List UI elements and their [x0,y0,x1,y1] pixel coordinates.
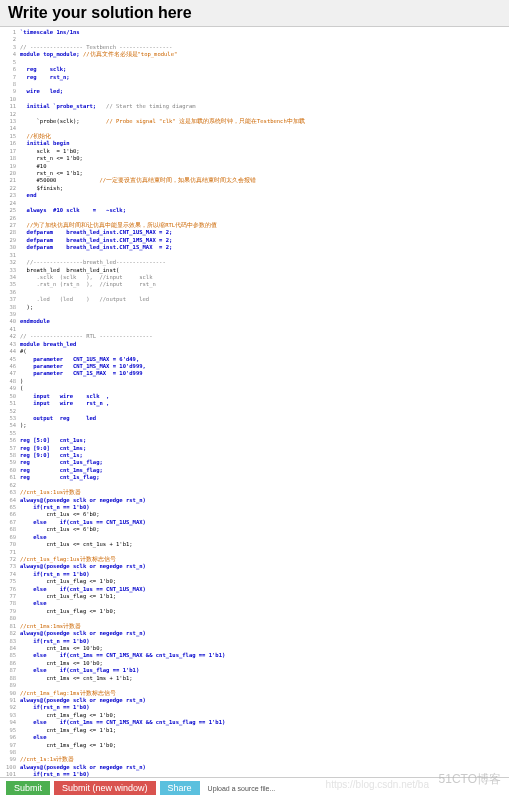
code-line[interactable]: 12 [0,111,509,118]
code-line[interactable]: 30 defparam breath_led_inst.CNT_1S_MAX =… [0,244,509,251]
code-line[interactable]: 11 initial `probe_start; // Start the ti… [0,103,509,110]
code-line[interactable]: 72//cnt_1us_flag:1us计数标志信号 [0,556,509,563]
code-line[interactable]: 7 reg rst_n; [0,74,509,81]
code-line[interactable]: 53 output reg led [0,415,509,422]
code-line[interactable]: 25 always #10 sclk = ~sclk; [0,207,509,214]
code-line[interactable]: 67 else if(cnt_1us == CNT_1US_MAX) [0,519,509,526]
code-line[interactable]: 4module top_module; //仿真文件名必须是"top_modul… [0,51,509,58]
code-line[interactable]: 40endmodule [0,318,509,325]
code-line[interactable]: 65 if(rst_n == 1'b0) [0,504,509,511]
code-line[interactable]: 89 [0,682,509,689]
code-line[interactable]: 28 defparam breath_led_inst.CNT_1US_MAX … [0,229,509,236]
code-line[interactable]: 64always@(posedge sclk or negedge rst_n) [0,497,509,504]
code-line[interactable]: 21 #50000 //一定要设置仿真结束时间，如果仿真结束时间太久会报错 [0,177,509,184]
code-line[interactable]: 16 initial begin [0,140,509,147]
code-line[interactable]: 2 [0,36,509,43]
code-line[interactable]: 44#( [0,348,509,355]
code-line[interactable]: 95 cnt_1ms_flag <= 1'b1; [0,727,509,734]
code-line[interactable]: 54); [0,422,509,429]
code-line[interactable]: 60reg cnt_1ms_flag; [0,467,509,474]
code-line[interactable]: 35 .rst_n (rst_n ), //input rst_n [0,281,509,288]
code-line[interactable]: 5 [0,59,509,66]
code-line[interactable]: 13 `probe(sclk); // Probe signal "clk" 这… [0,118,509,125]
code-line[interactable]: 71 [0,549,509,556]
code-line[interactable]: 39 [0,311,509,318]
code-line[interactable]: 17 sclk = 1'b0; [0,148,509,155]
code-line[interactable]: 86 cnt_1ms <= 10'b0; [0,660,509,667]
code-line[interactable]: 33 breath_led breath_led_inst( [0,267,509,274]
code-line[interactable]: 18 rst_n <= 1'b0; [0,155,509,162]
code-line[interactable]: 8 [0,81,509,88]
code-line[interactable]: 96 else [0,734,509,741]
share-button[interactable]: Share [160,781,200,795]
code-line[interactable]: 78 else [0,600,509,607]
code-line[interactable]: 41 [0,326,509,333]
code-line[interactable]: 88 cnt_1ms <= cnt_1ms + 1'b1; [0,675,509,682]
code-line[interactable]: 51 input wire rst_n , [0,400,509,407]
code-line[interactable]: 70 cnt_1us <= cnt_1us + 1'b1; [0,541,509,548]
code-line[interactable]: 42// ---------------- RTL --------------… [0,333,509,340]
code-line[interactable]: 69 else [0,534,509,541]
code-line[interactable]: 27 //为了加快仿真时间和让仿真中能显示效果，所以缩RTL代码中参数的值 [0,222,509,229]
code-editor[interactable]: 1`timescale 1ns/1ns23// ----------------… [0,27,509,779]
code-line[interactable]: 15 //初始化 [0,133,509,140]
code-line[interactable]: 100always@(posedge sclk or negedge rst_n… [0,764,509,771]
code-line[interactable]: 49( [0,385,509,392]
code-line[interactable]: 45 parameter CNT_1US_MAX = 6'd49, [0,356,509,363]
code-line[interactable]: 87 else if(cnt_1us_flag == 1'b1) [0,667,509,674]
code-line[interactable]: 57reg [9:0] cnt_1ms; [0,445,509,452]
code-line[interactable]: 19 #10 [0,163,509,170]
code-line[interactable]: 82always@(posedge sclk or negedge rst_n) [0,630,509,637]
code-line[interactable]: 62 [0,482,509,489]
code-line[interactable]: 22 $finish; [0,185,509,192]
code-line[interactable]: 75 cnt_1us_flag <= 1'b0; [0,578,509,585]
code-line[interactable]: 66 cnt_1us <= 6'b0; [0,511,509,518]
code-line[interactable]: 79 cnt_1us_flag <= 1'b0; [0,608,509,615]
code-line[interactable]: 58reg [9:0] cnt_1s; [0,452,509,459]
code-line[interactable]: 36 [0,289,509,296]
code-line[interactable]: 43module breath_led [0,341,509,348]
code-line[interactable]: 83 if(rst_n == 1'b0) [0,638,509,645]
code-line[interactable]: 94 else if(cnt_1ms == CNT_1MS_MAX && cnt… [0,719,509,726]
code-line[interactable]: 37 .led (led ) //output led [0,296,509,303]
code-line[interactable]: 73always@(posedge sclk or negedge rst_n) [0,563,509,570]
submit-new-window-button[interactable]: Submit (new window) [54,781,156,795]
code-line[interactable]: 56reg [5:0] cnt_1us; [0,437,509,444]
submit-button[interactable]: Submit [6,781,50,795]
code-line[interactable]: 85 else if(cnt_1ms == CNT_1MS_MAX && cnt… [0,652,509,659]
code-line[interactable]: 81//cnt_1ms:1ms计数器 [0,623,509,630]
code-line[interactable]: 92 if(rst_n == 1'b0) [0,704,509,711]
code-line[interactable]: 63//cnt_1us:1us计数器 [0,489,509,496]
code-line[interactable]: 76 else if(cnt_1us == CNT_1US_MAX) [0,586,509,593]
code-line[interactable]: 26 [0,215,509,222]
code-line[interactable]: 47 parameter CNT_1S_MAX = 10'd999 [0,370,509,377]
code-line[interactable]: 31 [0,252,509,259]
code-line[interactable]: 80 [0,615,509,622]
code-line[interactable]: 46 parameter CNT_1MS_MAX = 10'd999, [0,363,509,370]
code-line[interactable]: 91always@(posedge sclk or negedge rst_n) [0,697,509,704]
code-line[interactable]: 99//cnt_1s:1s计数器 [0,756,509,763]
code-line[interactable]: 55 [0,430,509,437]
code-line[interactable]: 34 .sclk (sclk ), //input sclk [0,274,509,281]
code-line[interactable]: 97 cnt_1ms_flag <= 1'b0; [0,742,509,749]
code-line[interactable]: 1`timescale 1ns/1ns [0,29,509,36]
code-line[interactable]: 24 [0,200,509,207]
code-line[interactable]: 93 cnt_1ms_flag <= 1'b0; [0,712,509,719]
code-line[interactable]: 6 reg sclk; [0,66,509,73]
code-line[interactable]: 52 [0,408,509,415]
code-line[interactable]: 38 ); [0,304,509,311]
code-line[interactable]: 14 [0,125,509,132]
code-line[interactable]: 77 cnt_1us_flag <= 1'b1; [0,593,509,600]
code-line[interactable]: 84 cnt_1ms <= 10'b0; [0,645,509,652]
upload-link[interactable]: Upload a source file... [208,785,276,792]
code-line[interactable]: 48) [0,378,509,385]
code-line[interactable]: 50 input wire sclk , [0,393,509,400]
code-line[interactable]: 98 [0,749,509,756]
code-line[interactable]: 59reg cnt_1us_flag; [0,459,509,466]
code-line[interactable]: 9 wire led; [0,88,509,95]
code-line[interactable]: 68 cnt_1us <= 6'b0; [0,526,509,533]
code-line[interactable]: 61reg cnt_1s_flag; [0,474,509,481]
code-line[interactable]: 23 end [0,192,509,199]
code-line[interactable]: 74 if(rst_n == 1'b0) [0,571,509,578]
code-line[interactable]: 32 //---------------breath_led----------… [0,259,509,266]
